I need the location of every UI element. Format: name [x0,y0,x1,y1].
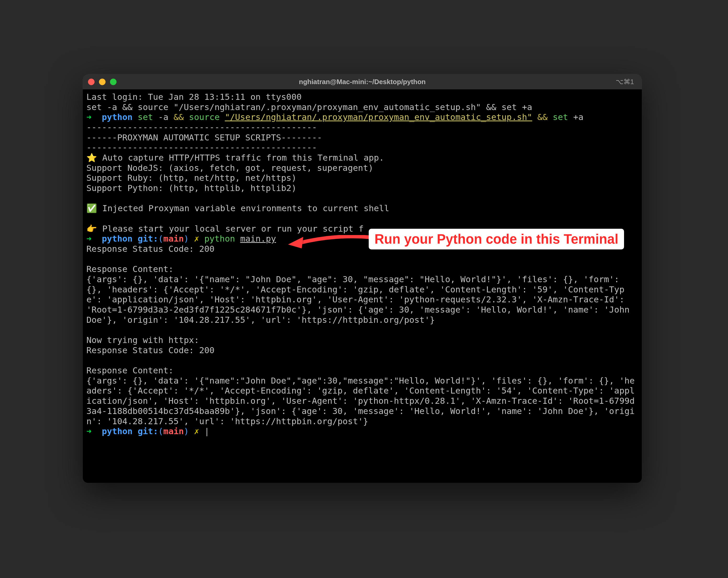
git-label: git: [138,234,158,244]
annotation-callout: Run your Python code in this Terminal [369,229,624,249]
svg-marker-0 [288,237,303,248]
auto-capture-line: ⭐️ Auto capture HTTP/HTTPS traffic from … [86,153,384,163]
close-button[interactable] [88,79,95,85]
prompt-arrow-2: ➜ [86,234,92,244]
response-content-label-2: Response Content: [86,366,174,375]
cmd-source: source [189,112,219,122]
prompt-env: python [102,112,132,122]
git-label-3: git: [138,426,158,436]
response-status-1: Response Status Code: 200 [86,244,214,254]
response-body-2: {'args': {}, 'data': '{"name":"John Doe"… [86,376,635,426]
cmd-set-2: set [553,112,568,122]
terminal-window: nghiatran@Mac-mini:~/Desktop/python ⌥⌘1 … [83,74,642,483]
last-login-line: Last login: Tue Jan 28 13:15:11 on ttys0… [86,92,302,102]
support-node-line: Support NodeJS: (axios, fetch, got, requ… [86,163,373,173]
dirty-marker-3: ✗ [194,426,199,436]
terminal-content[interactable]: Last login: Tue Jan 28 13:15:11 on ttys0… [83,89,642,439]
traffic-lights [88,79,116,85]
divider-1: ----------------------------------------… [86,122,317,132]
terminal-titlebar: nghiatran@Mac-mini:~/Desktop/python ⌥⌘1 [83,74,642,89]
prompt-env-2: python [102,234,132,244]
paren-close: ) [184,234,189,244]
prompt-arrow: ➜ [86,112,92,122]
minimize-button[interactable] [99,79,106,85]
prompt-arrow-3: ➜ [86,426,92,436]
support-ruby-line: Support Ruby: (http, net/http, net/https… [86,173,296,183]
window-title: nghiatran@Mac-mini:~/Desktop/python [299,78,426,86]
window-shortcut: ⌥⌘1 [616,78,634,86]
response-content-label-1: Response Content: [86,264,174,274]
zoom-button[interactable] [110,79,116,85]
cmd-set: set [138,112,153,122]
banner-line: ------PROXYMAN AUTOMATIC SETUP SCRIPTS--… [86,132,322,143]
cmd-path: "/Users/nghiatran/.proxyman/proxyman_env… [225,112,532,122]
annotation-label: Run your Python code in this Terminal [369,229,624,249]
cmd-flag: -a [158,112,168,122]
git-branch-3: main [163,426,184,436]
dirty-marker: ✗ [194,234,199,244]
source-command-echo: set -a && source "/Users/nghiatran/.prox… [86,102,532,112]
cmd-mainpy: main.py [240,234,276,244]
response-body-1: {'args': {}, 'data': '{"name": "John Doe… [86,274,635,325]
cmd-flag-2: +a [573,112,583,122]
cmd-and: && [174,112,184,122]
cmd-python: python [204,234,235,244]
git-branch: main [163,234,184,244]
annotation-arrow-icon [288,230,374,251]
now-httpx-line: Now trying with httpx: [86,335,199,345]
injected-line: ✅ Injected Proxyman variable environment… [86,203,389,213]
prompt-env-3: python [102,426,132,436]
response-status-2: Response Status Code: 200 [86,345,214,355]
support-python-line: Support Python: (http, httplib, httplib2… [86,183,296,193]
cmd-and-2: && [537,112,548,122]
terminal-cursor[interactable]: | [204,426,209,436]
divider-2: ----------------------------------------… [86,143,317,152]
paren-open: ( [158,234,163,244]
